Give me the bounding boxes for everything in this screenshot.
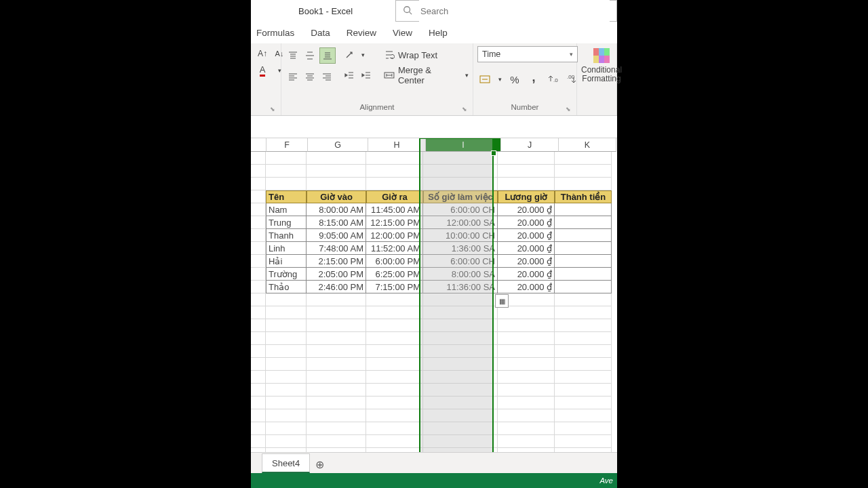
empty-cell[interactable] [423,384,498,396]
table-cell[interactable]: 1:36:00 SA [423,242,498,255]
table-cell[interactable]: 8:00:00 SA [423,268,498,281]
table-cell[interactable]: 12:00:00 SA [423,216,498,229]
column-header-G[interactable]: G [308,138,368,152]
accounting-format-button[interactable] [477,72,492,87]
empty-cell[interactable] [423,422,498,435]
empty-cell[interactable] [307,358,366,371]
table-cell[interactable]: 11:45:00 AM [366,203,423,216]
empty-cell[interactable] [366,371,423,384]
tab-help[interactable]: Help [429,28,448,38]
empty-cell[interactable] [498,422,555,435]
table-cell[interactable]: 12:15:00 PM [366,216,423,229]
tab-view[interactable]: View [393,28,412,38]
number-format-dropdown[interactable]: Time▾ [477,46,578,62]
grid-row[interactable] [251,358,617,371]
table-cell[interactable] [555,216,612,229]
table-cell[interactable]: 2:15:00 PM [307,255,366,268]
table-cell[interactable]: 20.000 ₫ [498,216,555,229]
table-cell[interactable]: Trường [266,268,307,281]
empty-cell[interactable] [423,345,498,358]
accounting-dropdown[interactable]: ▾ [496,72,503,87]
align-right-button[interactable] [319,69,334,84]
empty-cell[interactable] [423,306,498,319]
orientation-button[interactable] [342,47,357,62]
empty-cell[interactable] [498,448,555,452]
table-cell[interactable]: Thanh [266,229,307,242]
table-cell[interactable]: 12:00:00 PM [366,229,423,242]
search-input[interactable] [419,0,610,22]
grid-cells[interactable]: TênGiờ vàoGiờ raSố giờ làm việcLương giờ… [251,152,617,452]
column-headers[interactable]: FGHIJK [251,138,617,152]
comma-button[interactable]: , [526,70,541,89]
empty-cell[interactable] [555,293,612,306]
table-cell[interactable]: 7:15:00 PM [366,281,423,293]
increase-font-button[interactable]: A↑ [255,46,270,61]
percent-button[interactable]: % [507,72,522,87]
empty-cell[interactable] [307,371,366,384]
conditional-formatting-button[interactable]: Conditional Formatting [581,46,622,83]
empty-cell[interactable] [366,332,423,345]
empty-cell[interactable] [498,178,555,190]
merge-center-button[interactable]: Merge & Center ▾ [384,68,469,83]
empty-cell[interactable] [498,332,555,345]
formula-bar[interactable] [251,116,617,138]
align-center-button[interactable] [302,69,317,84]
grid-row[interactable] [251,371,617,384]
empty-cell[interactable] [498,396,555,409]
grid-row[interactable] [251,306,617,319]
table-cell[interactable] [555,203,612,216]
table-cell[interactable]: 6:00:00 CH [423,203,498,216]
empty-cell[interactable] [423,165,498,178]
orientation-dropdown[interactable]: ▾ [359,47,367,62]
empty-cell[interactable] [498,345,555,358]
table-cell[interactable]: 6:25:00 PM [366,268,423,281]
table-cell[interactable]: Linh [266,242,307,255]
empty-cell[interactable] [555,358,612,371]
table-cell[interactable]: 20.000 ₫ [498,268,555,281]
empty-cell[interactable] [555,152,612,165]
empty-cell[interactable] [555,435,612,448]
empty-cell[interactable] [307,435,366,448]
empty-cell[interactable] [423,435,498,448]
empty-cell[interactable] [307,345,366,358]
table-cell[interactable]: 7:48:00 AM [307,242,366,255]
empty-cell[interactable] [498,435,555,448]
table-cell[interactable]: 6:00:00 CH [423,255,498,268]
table-cell[interactable]: 20.000 ₫ [498,203,555,216]
empty-cell[interactable] [423,409,498,422]
empty-cell[interactable] [555,409,612,422]
empty-cell[interactable] [307,409,366,422]
empty-cell[interactable] [266,345,307,358]
empty-cell[interactable] [266,178,307,190]
table-cell[interactable]: 8:15:00 AM [307,216,366,229]
increase-decimal-button[interactable]: .0 [545,72,560,87]
empty-cell[interactable] [555,448,612,452]
table-header[interactable]: Giờ ra [366,190,423,203]
empty-cell[interactable] [266,371,307,384]
table-cell[interactable]: 20.000 ₫ [498,229,555,242]
empty-cell[interactable] [266,332,307,345]
table-cell[interactable]: 2:05:00 PM [307,268,366,281]
empty-cell[interactable] [307,152,366,165]
increase-indent-button[interactable] [359,68,374,83]
empty-cell[interactable] [266,409,307,422]
empty-cell[interactable] [423,293,498,306]
empty-cell[interactable] [498,358,555,371]
worksheet-grid[interactable]: FGHIJK TênGiờ vàoGiờ raSố giờ làm việcLư… [251,138,617,452]
column-header-I[interactable]: I [426,138,501,152]
align-bottom-button[interactable] [319,47,336,64]
empty-cell[interactable] [555,332,612,345]
grid-row[interactable] [251,409,617,422]
table-cell[interactable]: 8:00:00 AM [307,203,366,216]
column-header-H[interactable]: H [368,138,426,152]
empty-cell[interactable] [555,345,612,358]
empty-cell[interactable] [366,384,423,396]
empty-cell[interactable] [266,293,307,306]
table-cell[interactable]: 20.000 ₫ [498,281,555,293]
grid-row[interactable]: Nam8:00:00 AM11:45:00 AM6:00:00 CH20.000… [251,203,617,216]
table-cell[interactable]: 6:00:00 PM [366,255,423,268]
empty-cell[interactable] [555,165,612,178]
empty-cell[interactable] [555,306,612,319]
grid-row[interactable]: Trung8:15:00 AM12:15:00 PM12:00:00 SA20.… [251,216,617,229]
grid-row[interactable]: Thảo2:46:00 PM7:15:00 PM11:36:00 SA20.00… [251,281,617,293]
